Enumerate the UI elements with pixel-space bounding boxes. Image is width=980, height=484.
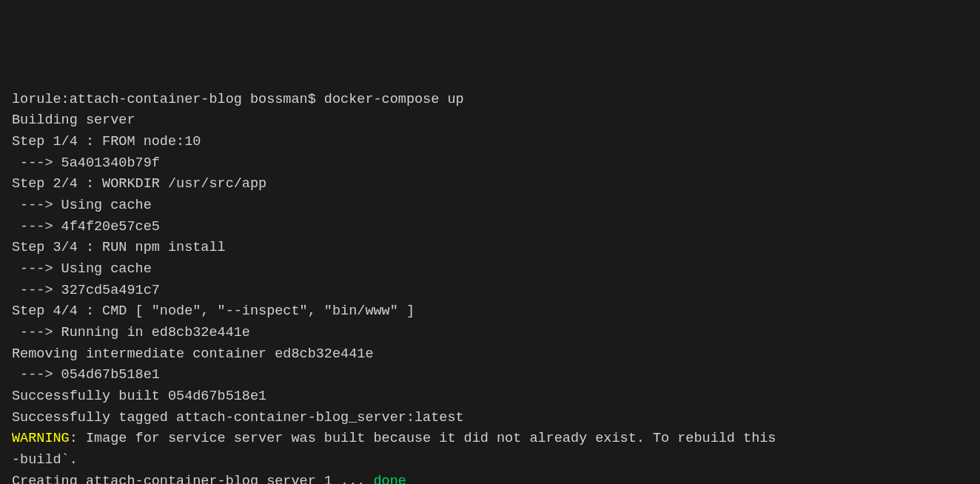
output-line: Step 4/4 : CMD [ "node", "--inspect", "b… <box>12 301 968 323</box>
output-line: ---> 327cd5a491c7 <box>12 280 968 302</box>
output-line: Removing intermediate container ed8cb32e… <box>12 344 968 366</box>
terminal-output[interactable]: lorule:attach-container-blog bossman$ do… <box>12 90 968 484</box>
creating-prefix: Creating attach-container-blog_server_1 … <box>12 474 373 484</box>
output-line: ---> Using cache <box>12 195 968 217</box>
creating-line: Creating attach-container-blog_server_1 … <box>12 471 968 484</box>
done-status: done <box>373 474 406 484</box>
output-line: Building server <box>12 110 968 132</box>
output-line: Step 1/4 : FROM node:10 <box>12 132 968 153</box>
output-line: ---> 054d67b518e1 <box>12 365 968 386</box>
warning-text: : Image for service server was built bec… <box>70 431 776 446</box>
output-line: ---> Using cache <box>12 259 968 280</box>
output-line: Step 2/4 : WORKDIR /usr/src/app <box>12 174 968 195</box>
output-line: Step 3/4 : RUN npm install <box>12 238 968 259</box>
output-line: ---> 5a401340b79f <box>12 153 968 175</box>
warning-label: WARNING <box>12 431 70 446</box>
prompt-line: lorule:attach-container-blog bossman$ do… <box>12 90 968 111</box>
output-line: Successfully tagged attach-container-blo… <box>12 408 968 429</box>
output-line: Successfully built 054d67b518e1 <box>12 386 968 408</box>
output-line: ---> 4f4f20e57ce5 <box>12 217 968 238</box>
warning-line: WARNING: Image for service server was bu… <box>12 428 968 450</box>
warning-continuation: -build`. <box>12 450 968 471</box>
output-line: ---> Running in ed8cb32e441e <box>12 323 968 344</box>
